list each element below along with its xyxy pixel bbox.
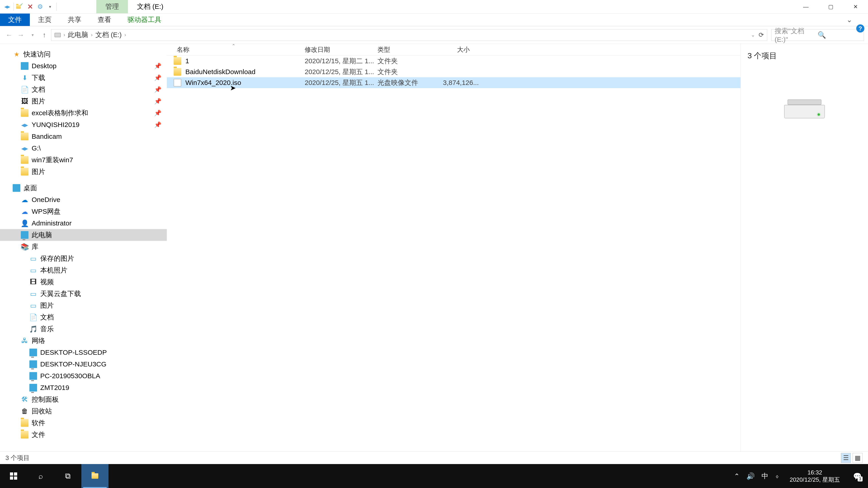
folder-icon — [21, 133, 29, 140]
icons-view-button[interactable]: ▦ — [852, 453, 863, 463]
volume-icon[interactable]: 🔊 — [746, 472, 755, 480]
clock-date: 2020/12/25, 星期五 — [789, 476, 840, 484]
close-button[interactable]: ✕ — [843, 0, 868, 13]
address-bar[interactable]: › 此电脑 › 文档 (E:) › ⌄ ⟳ — [51, 29, 767, 41]
tree-administrator[interactable]: 👤Administrator — [0, 217, 167, 229]
tree-excel-folder[interactable]: excel表格制作求和📌 — [0, 107, 167, 119]
ribbon-collapse-icon[interactable]: ⌄ — [846, 13, 868, 26]
tree-control-panel[interactable]: 🛠控制面板 — [0, 394, 167, 405]
pc-icon — [29, 384, 37, 392]
help-icon[interactable]: ? — [856, 24, 864, 33]
tab-view[interactable]: 查看 — [90, 13, 119, 26]
explorer-taskbar-button[interactable] — [81, 464, 108, 488]
details-view-button[interactable]: ☰ — [841, 453, 851, 463]
forward-button[interactable]: → — [16, 30, 26, 40]
tree-saved-pictures[interactable]: ▭保存的图片 — [0, 253, 167, 264]
action-center-button[interactable]: 💬3 — [850, 469, 864, 483]
column-size[interactable]: 大小 — [434, 45, 474, 54]
tree-recycle-bin[interactable]: 🗑回收站 — [0, 405, 167, 417]
search-button[interactable]: ⌕ — [27, 464, 54, 488]
tree-downloads[interactable]: ⬇下载📌 — [0, 72, 167, 84]
task-view-button[interactable]: ⧉ — [54, 464, 81, 488]
qat-dropdown-icon[interactable]: ▾ — [45, 2, 55, 12]
search-input[interactable]: 搜索"文档 (E:)" 🔍 — [771, 29, 864, 41]
refresh-icon[interactable]: ⟳ — [758, 31, 764, 39]
security-icon[interactable]: ⬨ — [775, 472, 779, 480]
chevron-right-icon[interactable]: › — [64, 32, 65, 38]
maximize-button[interactable]: ▢ — [818, 0, 843, 13]
tree-software-folder[interactable]: 软件 — [0, 417, 167, 429]
chevron-right-icon[interactable]: › — [124, 32, 126, 38]
tree-network-pc-4[interactable]: ZMT2019 — [0, 382, 167, 394]
tray-chevron-icon[interactable]: ⌃ — [734, 472, 740, 480]
drive-icon — [55, 33, 61, 37]
column-type[interactable]: 类型 — [373, 45, 434, 54]
address-dropdown-icon[interactable]: ⌄ — [751, 32, 755, 38]
breadcrumb-drive[interactable]: 文档 (E:) — [95, 30, 122, 39]
file-row[interactable]: 12020/12/15, 星期二 1...文件夹 — [167, 56, 741, 66]
tree-network-pc-3[interactable]: PC-20190530OBLA — [0, 370, 167, 382]
drive-image — [784, 99, 825, 122]
recent-dropdown-icon[interactable]: ▾ — [28, 30, 37, 40]
tree-lib-pictures[interactable]: ▭图片 — [0, 300, 167, 311]
tree-yunqishi[interactable]: ◂▸YUNQISHI2019📌 — [0, 119, 167, 131]
qat-properties-icon[interactable]: ✓ — [15, 2, 25, 12]
tree-network-pc-1[interactable]: DESKTOP-LSSOEDP — [0, 347, 167, 358]
pictures-icon: ▭ — [29, 255, 37, 262]
tree-lib-documents[interactable]: 📄文档 — [0, 311, 167, 323]
ime-icon[interactable]: 中 — [762, 471, 768, 481]
tree-onedrive[interactable]: ☁OneDrive — [0, 194, 167, 205]
tree-library[interactable]: 📚库 — [0, 241, 167, 253]
tree-desktop[interactable]: Desktop📌 — [0, 60, 167, 72]
file-row[interactable]: Win7x64_2020.iso2020/12/25, 星期五 1...光盘映像… — [167, 77, 741, 88]
pc-icon — [29, 372, 37, 380]
tab-home[interactable]: 主页 — [30, 13, 60, 26]
tree-g-drive[interactable]: ◂▸G:\ — [0, 142, 167, 154]
cloud-icon: ▭ — [29, 290, 37, 297]
file-list[interactable]: ⌃名称 修改日期 类型 大小 12020/12/15, 星期二 1...文件夹B… — [167, 44, 741, 451]
tree-tianyi[interactable]: ▭天翼云盘下载 — [0, 288, 167, 300]
file-type: 文件夹 — [377, 57, 438, 66]
file-row[interactable]: BaiduNetdiskDownload2020/12/25, 星期五 1...… — [167, 66, 741, 77]
file-name: Win7x64_2020.iso — [185, 79, 305, 87]
column-name[interactable]: ⌃名称 — [167, 45, 300, 54]
tree-network[interactable]: 🖧网络 — [0, 335, 167, 347]
tree-network-pc-2[interactable]: DESKTOP-NJEU3CG — [0, 358, 167, 370]
pin-icon: 📌 — [154, 63, 161, 70]
tree-win7-reinstall[interactable]: win7重装win7 — [0, 154, 167, 166]
search-icon[interactable]: 🔍 — [817, 31, 861, 39]
back-button[interactable]: ← — [4, 30, 14, 40]
pin-icon: 📌 — [154, 74, 161, 81]
breadcrumb-this-pc[interactable]: 此电脑 — [68, 30, 88, 39]
tree-music[interactable]: 🎵音乐 — [0, 323, 167, 335]
tree-wps[interactable]: ☁WPS网盘 — [0, 205, 167, 217]
tree-pictures-2[interactable]: 图片 — [0, 166, 167, 177]
qat-settings-icon[interactable]: ⚙ — [35, 2, 45, 12]
tree-videos[interactable]: 🎞视频 — [0, 276, 167, 288]
tree-this-pc[interactable]: 此电脑 — [0, 229, 167, 241]
start-button[interactable] — [0, 464, 27, 488]
tree-quick-access[interactable]: ★快速访问 — [0, 48, 167, 60]
pictures-icon: 🖼 — [21, 97, 29, 105]
chevron-right-icon[interactable]: › — [91, 32, 92, 38]
tree-desktop-section[interactable]: 桌面 — [0, 182, 167, 194]
taskbar-clock[interactable]: 16:32 2020/12/25, 星期五 — [786, 469, 844, 484]
tree-bandicam[interactable]: Bandicam — [0, 131, 167, 142]
tree-pictures[interactable]: 🖼图片📌 — [0, 95, 167, 107]
qat-new-folder-icon[interactable]: ✕ — [25, 2, 35, 12]
tab-drive-tools[interactable]: 驱动器工具 — [119, 13, 169, 26]
preview-item-count: 3 个项目 — [741, 51, 777, 61]
tree-files-folder[interactable]: 文件 — [0, 429, 167, 441]
tab-share[interactable]: 共享 — [60, 13, 90, 26]
column-date[interactable]: 修改日期 — [300, 45, 373, 54]
tab-file[interactable]: 文件 — [0, 13, 30, 26]
navigation-tree[interactable]: ★快速访问 Desktop📌 ⬇下载📌 📄文档📌 🖼图片📌 excel表格制作求… — [0, 44, 167, 451]
minimize-button[interactable]: — — [794, 0, 818, 13]
tree-documents[interactable]: 📄文档📌 — [0, 84, 167, 95]
clock-time: 16:32 — [789, 469, 840, 476]
download-icon: ⬇ — [21, 74, 29, 82]
up-button[interactable]: ↑ — [39, 30, 49, 40]
context-tab-manage[interactable]: 管理 — [96, 0, 128, 13]
app-folder-icon: ◂▸ — [21, 121, 29, 129]
tree-camera-roll[interactable]: ▭本机照片 — [0, 264, 167, 276]
